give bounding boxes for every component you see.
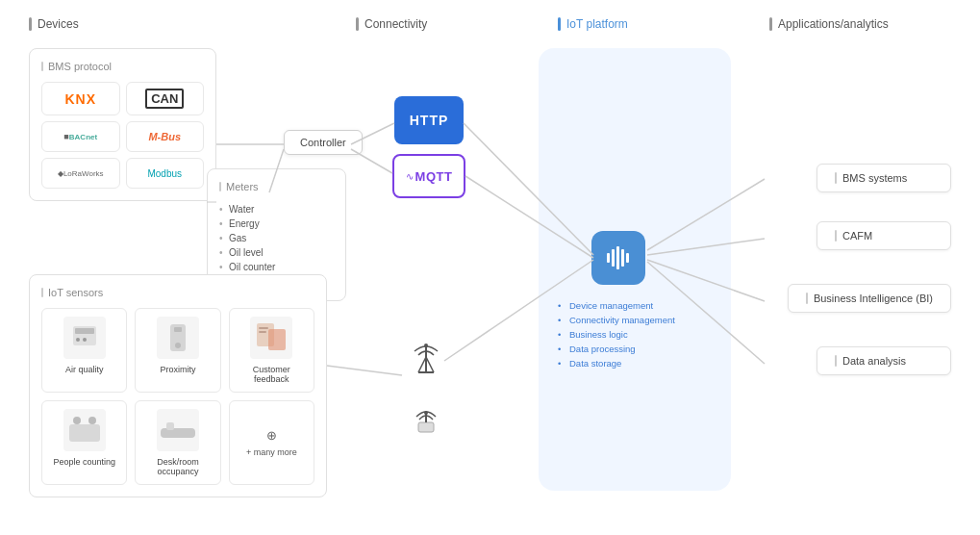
feature-data-processing: Data processing <box>558 342 675 356</box>
http-box: HTTP <box>394 96 464 144</box>
svg-point-13 <box>88 417 96 424</box>
bacnet-text: ■BACnet <box>63 132 97 141</box>
many-more-label: + many more <box>246 447 297 457</box>
wifi-antenna-icon <box>402 393 450 441</box>
modbus-text: Modbus <box>147 168 182 179</box>
apps-analytics-label: Applications/analytics <box>778 17 889 31</box>
svg-point-2 <box>76 338 80 342</box>
protocol-knx: KNX <box>41 82 120 115</box>
protocol-modbus: Modbus <box>126 158 205 189</box>
http-label: HTTP <box>410 113 449 128</box>
svg-rect-10 <box>259 331 266 333</box>
plus-icon: ⊕ <box>266 428 277 443</box>
meter-item: Oil counter <box>219 260 334 274</box>
meter-item: Gas <box>219 231 334 245</box>
app-bms-systems: BMS systems <box>817 164 951 192</box>
people-counting-icon <box>63 409 106 451</box>
svg-rect-24 <box>607 253 610 263</box>
iot-sensors-box: IoT sensors Air quality <box>29 274 327 497</box>
meter-item: Water <box>219 202 334 217</box>
connectivity-label: Connectivity <box>364 17 427 31</box>
svg-point-3 <box>83 338 87 342</box>
customer-feedback-label: Customer feedback <box>238 365 306 384</box>
sensor-customer-feedback: Customer feedback <box>229 308 314 393</box>
meter-item: Energy <box>219 217 334 231</box>
controller-label: Controller <box>300 137 346 148</box>
desk-occupancy-label: Desk/room occupancy <box>143 457 212 476</box>
iot-sensors-label: IoT sensors <box>41 287 314 298</box>
proximity-icon <box>157 317 199 359</box>
svg-point-6 <box>175 343 181 348</box>
app-data-analysis: Data analysis <box>817 346 951 375</box>
feature-business-logic: Business logic <box>558 327 675 342</box>
svg-rect-11 <box>69 424 100 442</box>
bi-label: Business Intelligence (BI) <box>814 293 933 304</box>
protocol-bacnet: ■BACnet <box>41 121 120 152</box>
svg-rect-15 <box>166 422 174 430</box>
svg-rect-1 <box>75 328 94 334</box>
many-more-item[interactable]: ⊕ + many more <box>229 400 314 485</box>
knx-logo: KNX <box>64 91 96 107</box>
proximity-label: Proximity <box>160 365 195 374</box>
bms-systems-label: BMS systems <box>842 172 907 184</box>
svg-rect-27 <box>621 249 624 267</box>
cafm-label: CAFM <box>842 230 872 242</box>
svg-rect-9 <box>259 327 268 329</box>
col-header-connectivity: Connectivity <box>356 17 427 31</box>
protocol-lorawan: ◆LoRaWorks <box>41 158 120 189</box>
feature-connectivity-mgmt: Connectivity management <box>558 313 675 327</box>
app-business-intelligence: Business Intelligence (BI) <box>788 284 951 313</box>
svg-rect-14 <box>161 428 195 438</box>
col-header-iot: IoT platform <box>558 17 628 31</box>
protocol-can: CAN <box>126 82 205 115</box>
protocol-grid: KNX CAN ■BACnet M-Bus ◆LoRaWorks Modbus <box>41 82 204 189</box>
svg-rect-5 <box>174 327 182 332</box>
mbus-text: M-Bus <box>148 131 181 142</box>
svg-rect-28 <box>626 253 629 263</box>
iot-feature-list: Device management Connectivity managemen… <box>558 298 675 370</box>
antenna-box <box>402 335 450 441</box>
svg-line-18 <box>418 357 426 372</box>
main-container: Devices Connectivity IoT platform Applic… <box>0 0 980 535</box>
sensor-desk-occupancy: Desk/room occupancy <box>135 400 220 485</box>
customer-feedback-icon <box>250 317 292 359</box>
lorawan-text: ◆LoRaWorks <box>58 169 104 178</box>
svg-line-19 <box>426 357 434 372</box>
sensor-grid: Air quality Proximity <box>41 308 314 393</box>
svg-point-23 <box>424 411 428 415</box>
svg-rect-26 <box>616 246 619 269</box>
air-quality-label: Air quality <box>65 365 104 374</box>
mqtt-label: MQTT <box>415 169 453 184</box>
bms-protocol-box: BMS protocol KNX CAN ■BACnet M-Bus ◆LoRa… <box>29 48 216 201</box>
iot-center-node <box>591 231 645 285</box>
controller-box: Controller <box>284 130 363 155</box>
svg-rect-21 <box>418 422 434 432</box>
soundwave-icon <box>604 243 633 272</box>
feature-device-mgmt: Device management <box>558 298 675 313</box>
col-header-devices: Devices <box>29 17 79 31</box>
bms-box-label: BMS protocol <box>41 61 204 72</box>
app-cafm: CAFM <box>817 221 951 250</box>
antenna-tower-icon <box>402 335 450 383</box>
mqtt-icon: ∿ <box>406 171 414 182</box>
meters-box-label: Meters <box>219 181 334 192</box>
mqtt-box: ∿ MQTT <box>392 154 465 198</box>
data-analysis-label: Data analysis <box>842 355 906 367</box>
sensor-people-counting: People counting <box>41 400 127 485</box>
sensor-proximity: Proximity <box>135 308 220 393</box>
svg-rect-8 <box>268 329 286 350</box>
air-quality-icon <box>63 317 106 359</box>
col-header-apps: Applications/analytics <box>769 17 889 31</box>
svg-rect-25 <box>612 249 615 267</box>
people-counting-label: People counting <box>53 457 115 467</box>
sensor-air-quality: Air quality <box>41 308 127 393</box>
desk-occupancy-icon <box>157 409 199 451</box>
protocol-mbus: M-Bus <box>126 121 205 152</box>
svg-point-12 <box>73 417 81 424</box>
meter-item: Oil level <box>219 245 334 260</box>
svg-line-35 <box>327 366 402 375</box>
iot-platform-label: IoT platform <box>566 17 628 31</box>
sensor-row2: People counting Desk/room occupancy ⊕ + … <box>41 400 314 485</box>
devices-label: Devices <box>38 17 79 31</box>
can-text: CAN <box>145 89 184 109</box>
